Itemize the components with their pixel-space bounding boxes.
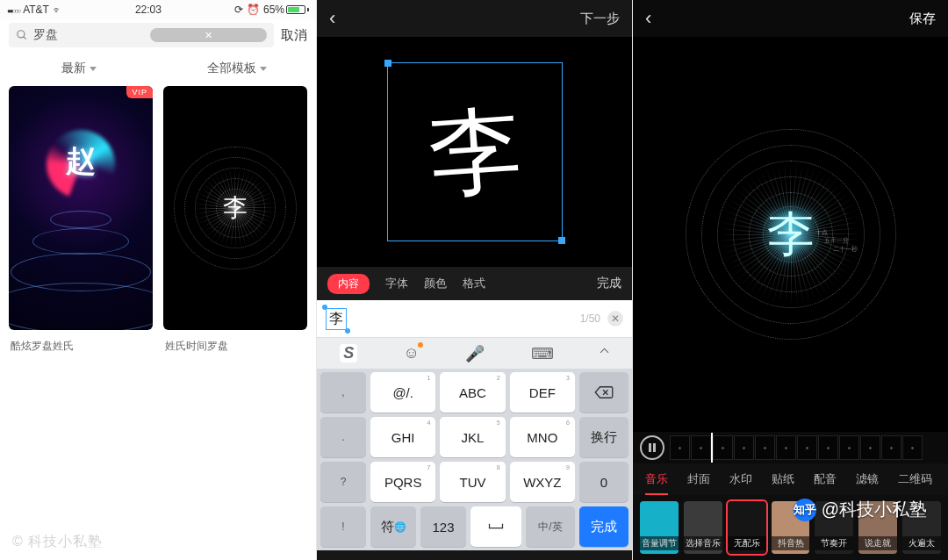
timeline-frame[interactable]: • bbox=[860, 435, 880, 460]
search-input[interactable]: 罗盘 ✕ bbox=[9, 23, 274, 47]
save-button[interactable]: 保存 bbox=[909, 11, 936, 27]
timeline-frame[interactable]: • bbox=[776, 435, 796, 460]
status-bar: AT&T ᯤ 22:03 ⟳ ⏰ 65% bbox=[0, 0, 316, 19]
key[interactable]: MNO6 bbox=[510, 417, 575, 457]
template-caption: 酷炫罗盘姓氏 bbox=[9, 330, 153, 363]
template-caption: 姓氏时间罗盘 bbox=[163, 330, 307, 363]
preview-canvas[interactable]: 十点 五十一分 二十一秒 李 bbox=[633, 37, 948, 432]
tab-font[interactable]: 字体 bbox=[385, 276, 408, 291]
timeline-frame[interactable]: • bbox=[755, 435, 775, 460]
export-screen: ‹ 保存 十点 五十一分 二十一秒 李 •••••••••••• 音乐封面水印贴… bbox=[632, 0, 948, 560]
search-screen: AT&T ᯤ 22:03 ⟳ ⏰ 65% 罗盘 ✕ 取消 最新 全部模板 VIP bbox=[0, 0, 316, 560]
key[interactable]: DEF3 bbox=[510, 372, 575, 413]
battery-indicator: 65% bbox=[263, 4, 309, 16]
music-item[interactable]: 选择音乐 bbox=[684, 501, 722, 554]
keyboard-switch-icon[interactable]: ⌨ bbox=[531, 344, 554, 363]
edit-canvas[interactable]: 李 bbox=[317, 37, 632, 267]
key[interactable]: , bbox=[320, 372, 366, 413]
timeline-frame[interactable]: • bbox=[839, 435, 859, 460]
timeline-frame[interactable]: • bbox=[713, 435, 733, 460]
zhihu-watermark: 知乎 @科技小私塾 bbox=[794, 498, 927, 521]
key[interactable] bbox=[579, 372, 628, 413]
timeline-frame[interactable]: • bbox=[670, 435, 690, 460]
template-grid: VIP 赵 酷炫罗盘姓氏 李 姓氏时间罗盘 bbox=[0, 86, 316, 363]
signal-icon bbox=[7, 4, 19, 16]
cancel-button[interactable]: 取消 bbox=[281, 27, 307, 44]
option-tab[interactable]: 封面 bbox=[687, 471, 710, 487]
character-display: 李 bbox=[424, 86, 526, 218]
edit-tabs: 内容 字体 颜色 格式 完成 bbox=[317, 267, 632, 300]
clear-input-icon[interactable]: ✕ bbox=[607, 311, 623, 327]
carrier-label: AT&T bbox=[23, 4, 49, 16]
back-icon[interactable]: ‹ bbox=[645, 9, 651, 28]
timeline: •••••••••••• bbox=[633, 432, 948, 463]
timeline-frame[interactable]: • bbox=[881, 435, 901, 460]
template-thumb: VIP 赵 bbox=[9, 86, 153, 330]
template-card[interactable]: 李 姓氏时间罗盘 bbox=[163, 86, 307, 363]
option-tab[interactable]: 滤镜 bbox=[856, 471, 879, 487]
timeline-frame[interactable]: • bbox=[734, 435, 754, 460]
next-button[interactable]: 下一步 bbox=[580, 11, 620, 27]
template-card[interactable]: VIP 赵 酷炫罗盘姓氏 bbox=[9, 86, 153, 363]
key[interactable]: PQRS7 bbox=[370, 462, 435, 502]
pause-button[interactable] bbox=[640, 435, 664, 460]
key[interactable]: ABC2 bbox=[440, 372, 505, 413]
option-tab[interactable]: 二维码 bbox=[898, 471, 932, 487]
emoji-icon[interactable]: ☺ bbox=[403, 344, 419, 363]
key[interactable]: ? bbox=[320, 462, 366, 502]
key[interactable]: 符 🌐 bbox=[370, 506, 416, 547]
timeline-frame[interactable]: • bbox=[818, 435, 838, 460]
music-item[interactable]: 无配乐 bbox=[728, 501, 766, 554]
option-tab[interactable]: 贴纸 bbox=[772, 471, 794, 487]
svg-line-1 bbox=[24, 37, 26, 39]
text-selection-box[interactable]: 李 bbox=[387, 62, 563, 241]
timeline-frames[interactable]: •••••••••••• bbox=[670, 433, 941, 463]
key[interactable]: @/.1 bbox=[370, 372, 435, 413]
key[interactable]: 123 bbox=[420, 506, 466, 547]
header: ‹ 保存 bbox=[633, 0, 948, 37]
dismiss-keyboard-icon[interactable]: ⌵ bbox=[600, 344, 609, 363]
chevron-down-icon bbox=[260, 67, 267, 71]
tab-color[interactable]: 颜色 bbox=[424, 276, 447, 291]
compass-graphic: 李 bbox=[174, 147, 297, 269]
filter-row: 最新 全部模板 bbox=[0, 51, 316, 86]
compass-graphic: 十点 五十一分 二十一秒 李 bbox=[686, 129, 896, 340]
music-item[interactable]: 音量调节 bbox=[640, 501, 679, 554]
sogou-icon[interactable]: S bbox=[340, 344, 357, 363]
voice-icon[interactable]: 🎤 bbox=[465, 344, 485, 363]
option-tab[interactable]: 配音 bbox=[814, 471, 837, 487]
template-thumb: 李 bbox=[163, 86, 307, 330]
portrait-lock-icon: ⟳ bbox=[234, 4, 243, 16]
key[interactable]: WXYZ9 bbox=[510, 462, 575, 502]
svg-point-0 bbox=[18, 31, 25, 38]
key[interactable]: TUV8 bbox=[440, 462, 505, 502]
done-button[interactable]: 完成 bbox=[597, 276, 621, 291]
edit-text-screen: ‹ 下一步 李 内容 字体 颜色 格式 完成 李 1/50 ✕ S ☺ 🎤 ⌨ … bbox=[316, 0, 632, 560]
option-tab[interactable]: 音乐 bbox=[645, 471, 668, 487]
option-tab[interactable]: 水印 bbox=[729, 471, 752, 487]
key[interactable]: 中/英 bbox=[526, 506, 575, 547]
tab-format[interactable]: 格式 bbox=[463, 276, 485, 291]
text-input[interactable]: 李 bbox=[326, 308, 347, 330]
tab-content[interactable]: 内容 bbox=[327, 274, 370, 294]
timeline-frame[interactable]: • bbox=[902, 435, 923, 460]
key[interactable]: 0 bbox=[579, 462, 628, 502]
back-icon[interactable]: ‹ bbox=[329, 9, 335, 28]
key[interactable]: JKL5 bbox=[440, 417, 505, 457]
search-icon bbox=[16, 29, 28, 41]
wifi-icon: ᯤ bbox=[53, 4, 62, 15]
timeline-frame[interactable]: • bbox=[797, 435, 817, 460]
text-input-row: 李 1/50 ✕ bbox=[317, 300, 632, 337]
keyboard-toolbar: S ☺ 🎤 ⌨ ⌵ bbox=[317, 337, 632, 369]
key[interactable]: GHI4 bbox=[370, 417, 435, 457]
key[interactable]: 换行 bbox=[579, 417, 628, 457]
filter-newest[interactable]: 最新 bbox=[0, 51, 158, 86]
key[interactable]: . bbox=[320, 417, 366, 457]
key[interactable]: 完成 bbox=[579, 506, 628, 547]
key[interactable]: ! bbox=[320, 506, 366, 547]
filter-all-templates[interactable]: 全部模板 bbox=[158, 51, 316, 86]
clear-icon[interactable]: ✕ bbox=[150, 28, 267, 42]
timeline-frame[interactable]: • bbox=[691, 435, 711, 460]
option-tabs: 音乐封面水印贴纸配音滤镜二维码 bbox=[633, 463, 948, 495]
key[interactable] bbox=[470, 506, 521, 547]
